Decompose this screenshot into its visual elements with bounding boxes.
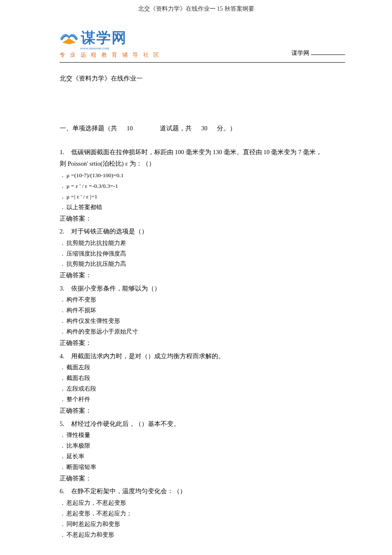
question-stem: 2. 对于铸铁正确的选项是（） [60,226,345,237]
answer-label: 正确答案： [60,405,345,417]
option: 构件的变形远小于原始尺寸 [60,327,345,337]
header-title: 北交《资料力学》在线作业一 15 秋答案纲要 [138,6,254,12]
option: 不惹起应力和变形 [60,530,345,541]
option: 截面左段 [60,362,345,373]
option: 构件不变形 [60,295,345,305]
question-block: 3. 依据小变形条件，能够以为（） 构件不变形 构件不损坏 构件仅发生弹性变形 … [60,283,345,349]
question-number: 6. [60,486,64,497]
question-stem: 3. 依据小变形条件，能够以为（） [60,283,345,294]
option: 弹性模量 [60,430,345,441]
logo-block: 谋学网 www.mouxue.com 专 业 远 程 教 育 辅 导 社 区 [60,28,161,59]
question-number: 5. [60,419,64,429]
brand-right-label: 谋学网 [291,49,309,57]
page-content: 谋学网 www.mouxue.com 专 业 远 程 教 育 辅 导 社 区 谋… [0,28,392,555]
logo-subtitle: 专 业 远 程 教 育 辅 导 社 区 [60,52,161,59]
question-number: 2. [60,226,64,237]
answer-label: 正确答案： [60,337,345,349]
logo-url: www.mouxue.com [80,46,161,50]
section-prefix: 一、单项选择题（共 [60,125,117,132]
option: 惹起变形，不惹起应力； [60,509,345,519]
question-stem: 6. 在静不定桁架中，温度均匀变化会：（） [60,486,345,497]
question-text: 依据小变形条件，能够以为（） [71,285,161,292]
section-score: 30 [201,125,208,132]
question-block: 1. 低碳钢圆截面在拉伸损坏时，标距由 100 毫米变为 130 毫米。直径由 … [60,147,345,224]
option: 惹起应力，不惹起变形 [60,498,345,509]
page-header: 北交《资料力学》在线作业一 15 秋答案纲要 [0,0,392,16]
section-mid: 道试题，共 [160,125,192,132]
question-block: 5. 材经过冷作硬化此后，（）基本不变。 弹性模量 比率极限 延长率 断面缩短率… [60,419,345,485]
option: 抗剪能力比抗压能力高 [60,259,345,270]
option: μ =| ε ' / ε |=1 [60,192,345,202]
question-block: 6. 在静不定桁架中，温度均匀变化会：（） 惹起应力，不惹起变形 惹起变形，不惹… [60,486,345,540]
question-number: 4. [60,351,64,362]
question-stem: 5. 材经过冷作硬化此后，（）基本不变。 [60,419,345,429]
question-stem: 4. 用截面法求内力时，是对（）成立均衡方程而求解的。 [60,351,345,362]
question-text: 低碳钢圆截面在拉伸损坏时，标距由 100 毫米变为 130 毫米。直径由 10 … [71,149,322,155]
option: 断面缩短率 [60,462,345,473]
question-number: 3. [60,283,64,294]
question-text: 用截面法求内力时，是对（）成立均衡方程而求解的。 [71,353,225,359]
option: 构件不损坏 [60,305,345,316]
answer-label: 正确答案： [60,213,345,225]
option: 比率极限 [60,441,345,451]
question-stem-line2: 则 Poisson' srtio(泊松比) ε 为：（） [60,158,345,169]
brand-right: 谋学网 [291,49,345,57]
option: 左段或右段 [60,384,345,394]
question-stem: 1. 低碳钢圆截面在拉伸损坏时，标距由 100 毫米变为 130 毫米。直径由 … [60,147,345,158]
option: 压缩强度比拉伸强度高 [60,249,345,259]
section-heading: 一、单项选择题（共 10 道试题，共 30 分。） [60,124,345,132]
option: 截面右段 [60,373,345,384]
doc-title: 北交《资料力学》在线作业一 [60,75,345,83]
option: 同时惹起应力和变形 [60,519,345,530]
logo-text: 谋学网 [81,28,127,48]
horizontal-rule [60,62,345,63]
logo-row: 谋学网 www.mouxue.com 专 业 远 程 教 育 辅 导 社 区 谋… [60,28,345,59]
answer-label: 正确答案： [60,473,345,485]
option: μ =(10-7)/(130-100)=0.1 [60,170,345,181]
question-text: 材经过冷作硬化此后，（）基本不变。 [71,420,180,427]
question-block: 2. 对于铸铁正确的选项是（） 抗剪能力比抗拉能力差 压缩强度比拉伸强度高 抗剪… [60,226,345,282]
question-text: 在静不定桁架中，温度均匀变化会：（） [71,488,186,495]
option: 构件仅发生弹性变形 [60,316,345,327]
question-text: 对于铸铁正确的选项是（） [71,228,148,235]
logo-icon [60,30,78,46]
blank-underline [311,49,345,55]
answer-label: 正确答案： [60,270,345,282]
option: 抗剪能力比抗拉能力差 [60,238,345,249]
section-suffix: 分。） [217,125,236,132]
section-count: 10 [127,125,133,132]
option: 以上答案都错 [60,202,345,213]
option: 整个杆件 [60,394,345,405]
option: μ = ε ' / ε =-0.3/0.3=-1 [60,181,345,192]
option: 延长率 [60,451,345,462]
question-block: 4. 用截面法求内力时，是对（）成立均衡方程而求解的。 截面左段 截面右段 左段… [60,351,345,417]
question-number: 1. [60,147,64,158]
